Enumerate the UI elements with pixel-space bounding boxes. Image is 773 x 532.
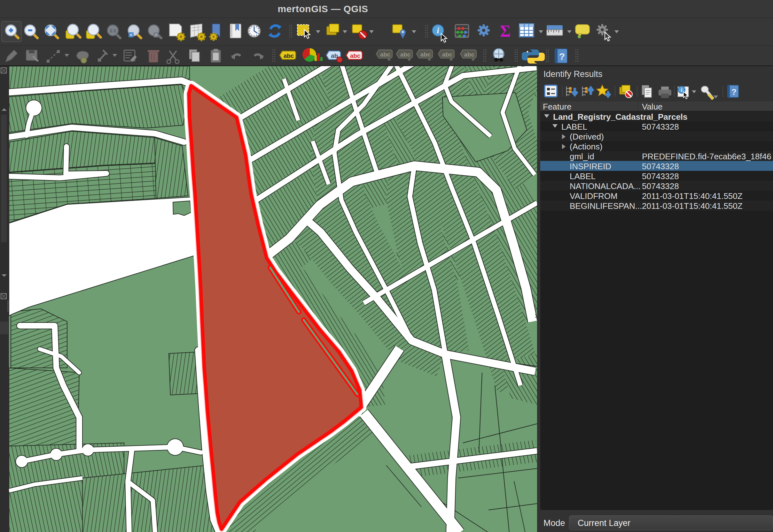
- svg-text:abc: abc: [284, 52, 294, 59]
- svg-text:abc: abc: [380, 51, 391, 58]
- svg-text:abc: abc: [350, 52, 361, 59]
- svg-text:abc: abc: [420, 51, 431, 58]
- svg-text:?: ?: [559, 51, 565, 62]
- svg-text:abc: abc: [400, 51, 411, 58]
- svg-text:>: >: [155, 32, 157, 37]
- svg-text:<: <: [130, 32, 132, 37]
- svg-text:i: i: [681, 87, 683, 93]
- svg-text:?: ?: [731, 87, 737, 97]
- svg-text:1:1: 1:1: [110, 28, 116, 33]
- svg-text:abc: abc: [464, 51, 475, 58]
- svg-text:i: i: [437, 26, 439, 35]
- svg-text:abc: abc: [442, 51, 453, 58]
- svg-text:Σ: Σ: [500, 22, 511, 40]
